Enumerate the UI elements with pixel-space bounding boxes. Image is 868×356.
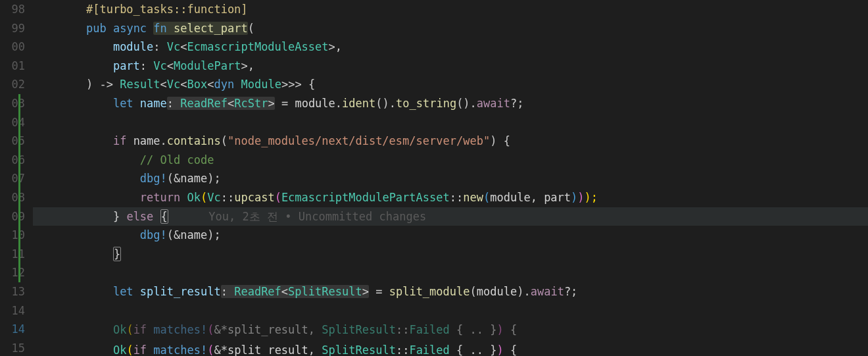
- line-number: 02: [0, 75, 28, 94]
- paren-open: (: [248, 22, 254, 35]
- keyword-let: let: [113, 285, 133, 298]
- line-number: 05: [0, 132, 28, 151]
- line-number: 12: [0, 263, 28, 282]
- line-number: 14: [0, 320, 28, 339]
- keyword-let: let: [113, 97, 133, 110]
- line-number: 10: [0, 226, 28, 245]
- code-line[interactable]: }: [33, 245, 868, 264]
- code-line[interactable]: dbg!(&name);: [33, 226, 868, 245]
- type: Result: [120, 78, 160, 91]
- code-area[interactable]: #[turbo_tasks::function] pub async fn se…: [33, 0, 868, 356]
- modified-indicator: [18, 94, 20, 282]
- comment: // Old code: [140, 153, 214, 166]
- param: module: [113, 40, 153, 53]
- code-line[interactable]: Ok(if matches!(&*split_result, SplitResu…: [59, 341, 517, 356]
- code-line[interactable]: part: Vc<ModulePart>,: [33, 57, 868, 76]
- keyword-else: else: [126, 210, 153, 223]
- code-line[interactable]: dbg!(&name);: [33, 169, 868, 188]
- bracket-match: }: [113, 247, 121, 261]
- bracket-match: {: [160, 209, 168, 224]
- type: ModulePart: [174, 59, 241, 72]
- line-number: 07: [0, 169, 28, 188]
- function-name: select_part: [174, 22, 248, 35]
- code-line-active[interactable]: } else { You, 2초 전 • Uncommitted changes: [33, 207, 868, 226]
- code-line[interactable]: ) -> Result<Vc<Box<dyn Module>>> {: [33, 75, 868, 94]
- line-number: 09: [0, 207, 28, 226]
- line-number-gutter: 98 99 00 01 02 03 04 05 06 07 08 09 10 1…: [0, 0, 33, 356]
- keyword-pub: pub: [86, 22, 107, 35]
- macro-call: dbg!: [140, 228, 167, 242]
- keyword-async: async: [113, 22, 147, 35]
- type: Vc: [167, 40, 180, 53]
- code-editor[interactable]: 98 99 00 01 02 03 04 05 06 07 08 09 10 1…: [0, 0, 868, 356]
- macro-call: dbg!: [140, 172, 167, 185]
- code-line[interactable]: [33, 301, 868, 320]
- line-number: 01: [0, 57, 28, 76]
- code-line-overflow[interactable]: Ok(if matches!(&*split_result, SplitResu…: [59, 320, 517, 340]
- code-line[interactable]: return Ok(Vc::upcast(EcmascriptModulePar…: [33, 188, 868, 207]
- line-number: 99: [0, 19, 28, 38]
- line-number: 13: [0, 282, 28, 301]
- line-number: 08: [0, 188, 28, 207]
- line-number: 14: [0, 301, 28, 320]
- attribute: #[turbo_tasks::function]: [86, 3, 248, 16]
- string-literal: "node_modules/next/dist/esm/server/web": [228, 134, 490, 147]
- code-line[interactable]: let split_result: ReadRef<SplitResult> =…: [33, 282, 868, 301]
- code-line[interactable]: if name.contains("node_modules/next/dist…: [33, 132, 868, 151]
- keyword-if: if: [113, 134, 126, 147]
- line-number: 15: [0, 339, 28, 356]
- code-line[interactable]: let name: ReadRef<RcStr> = module.ident(…: [33, 94, 868, 113]
- code-line[interactable]: // Old code: [33, 151, 868, 170]
- type: EcmascriptModuleAsset: [187, 40, 329, 53]
- line-number: 04: [0, 113, 28, 132]
- code-line[interactable]: [33, 263, 868, 282]
- keyword-fn: fn: [153, 22, 166, 35]
- git-blame-annotation: You, 2초 전 • Uncommitted changes: [208, 210, 426, 223]
- type: Vc: [153, 59, 166, 72]
- line-number: 98: [0, 0, 28, 19]
- code-line[interactable]: module: Vc<EcmascriptModuleAsset>,: [33, 38, 868, 57]
- line-number: 11: [0, 245, 28, 264]
- code-line[interactable]: #[turbo_tasks::function]: [33, 0, 868, 19]
- line-number: 03: [0, 94, 28, 113]
- line-number: 00: [0, 38, 28, 57]
- code-line[interactable]: [33, 113, 868, 132]
- code-line[interactable]: pub async fn select_part(: [33, 19, 868, 38]
- param: part: [113, 59, 140, 72]
- keyword-return: return: [140, 191, 180, 204]
- line-number: 06: [0, 151, 28, 170]
